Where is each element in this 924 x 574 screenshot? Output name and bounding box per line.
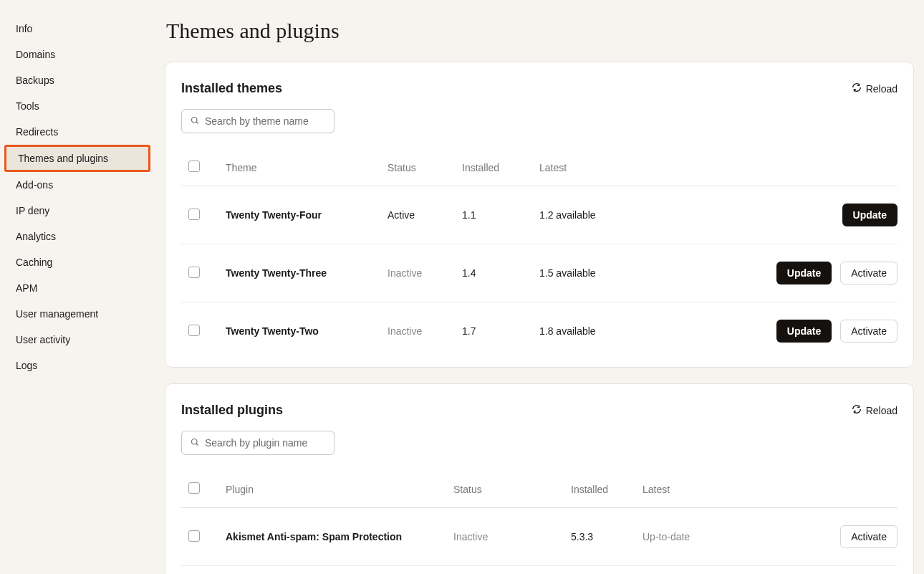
themes-col-status: Status	[388, 152, 462, 186]
theme-status: Inactive	[388, 302, 462, 360]
theme-row-checkbox[interactable]	[188, 325, 200, 336]
plugins-table: Plugin Status Installed Latest Akismet A…	[181, 474, 897, 574]
plugin-search-input[interactable]	[205, 437, 325, 449]
theme-row: Twenty Twenty-Three Inactive 1.4 1.5 ava…	[181, 244, 897, 302]
plugins-select-all-checkbox[interactable]	[188, 482, 200, 494]
sidebar-item-info[interactable]: Info	[0, 16, 155, 42]
reload-icon	[852, 404, 862, 416]
theme-name: Twenty Twenty-Two	[226, 302, 388, 360]
theme-latest: 1.8 available	[539, 302, 653, 360]
plugins-panel-title: Installed plugins	[181, 403, 283, 418]
sidebar-item-redirects[interactable]: Redirects	[0, 119, 155, 145]
theme-row: Twenty Twenty-Four Active 1.1 1.2 availa…	[181, 186, 897, 244]
themes-col-installed: Installed	[462, 152, 539, 186]
themes-select-all-checkbox[interactable]	[188, 161, 200, 172]
search-icon	[191, 437, 199, 449]
theme-latest: 1.5 available	[539, 244, 653, 302]
plugins-col-status: Status	[453, 474, 571, 508]
search-icon	[191, 115, 199, 127]
theme-installed: 1.4	[462, 244, 539, 302]
sidebar-item-user-activity[interactable]: User activity	[0, 327, 155, 353]
theme-row-checkbox[interactable]	[188, 209, 200, 220]
reload-themes-button[interactable]: Reload	[852, 82, 897, 95]
theme-latest: 1.2 available	[539, 186, 653, 244]
theme-row: Twenty Twenty-Two Inactive 1.7 1.8 avail…	[181, 302, 897, 360]
main-content: Themes and plugins Installed themes Relo…	[155, 0, 924, 574]
sidebar-item-user-management[interactable]: User management	[0, 301, 155, 327]
plugin-row: Akismet Anti-spam: Spam Protection Inact…	[181, 508, 897, 566]
plugin-installed: 2.12.1	[571, 566, 643, 575]
sidebar-item-ip-deny[interactable]: IP deny	[0, 198, 155, 224]
theme-installed: 1.7	[462, 302, 539, 360]
update-button[interactable]: Update	[776, 320, 832, 343]
theme-search-box[interactable]	[181, 109, 335, 133]
sidebar-item-themes-and-plugins[interactable]: Themes and plugins	[4, 145, 150, 172]
plugin-installed: 5.3.3	[571, 508, 643, 566]
svg-point-1	[192, 439, 198, 445]
sidebar-item-apm[interactable]: APM	[0, 275, 155, 301]
themes-table: Theme Status Installed Latest Twenty Twe…	[181, 152, 897, 360]
update-button[interactable]: Update	[776, 262, 832, 284]
sidebar-item-caching[interactable]: Caching	[0, 249, 155, 275]
plugin-name: Akismet Anti-spam: Spam Protection	[226, 508, 453, 566]
page-title: Themes and plugins	[166, 19, 914, 43]
sidebar: Info Domains Backups Tools Redirects The…	[0, 0, 155, 574]
themes-col-latest: Latest	[539, 152, 653, 186]
sidebar-item-tools[interactable]: Tools	[0, 93, 155, 119]
theme-status: Inactive	[388, 244, 462, 302]
theme-search-input[interactable]	[205, 115, 325, 127]
plugin-row-checkbox[interactable]	[188, 530, 200, 542]
reload-plugins-button[interactable]: Reload	[852, 404, 897, 416]
reload-icon	[852, 82, 862, 95]
theme-row-checkbox[interactable]	[188, 267, 200, 278]
plugin-search-box[interactable]	[181, 431, 335, 455]
theme-installed: 1.1	[462, 186, 539, 244]
sidebar-item-backups[interactable]: Backups	[0, 67, 155, 93]
plugins-col-latest: Latest	[643, 474, 783, 508]
plugin-status: Active - network	[453, 566, 571, 575]
plugin-name: Ezoic	[226, 566, 453, 575]
activate-button[interactable]: Activate	[840, 262, 897, 284]
themes-col-name: Theme	[226, 152, 388, 186]
plugins-col-installed: Installed	[571, 474, 643, 508]
plugin-status: Inactive	[453, 508, 571, 566]
plugins-col-name: Plugin	[226, 474, 453, 508]
themes-panel-title: Installed themes	[181, 81, 282, 96]
update-button[interactable]: Update	[842, 204, 897, 226]
installed-plugins-panel: Installed plugins Reload P	[165, 383, 914, 574]
activate-button[interactable]: Activate	[840, 525, 897, 548]
theme-name: Twenty Twenty-Four	[226, 186, 388, 244]
sidebar-item-logs[interactable]: Logs	[0, 353, 155, 378]
sidebar-item-domains[interactable]: Domains	[0, 42, 155, 67]
reload-label: Reload	[866, 83, 897, 95]
svg-point-0	[192, 118, 198, 123]
activate-button[interactable]: Activate	[840, 320, 897, 343]
sidebar-item-add-ons[interactable]: Add-ons	[0, 172, 155, 198]
theme-name: Twenty Twenty-Three	[226, 244, 388, 302]
theme-status: Active	[388, 186, 462, 244]
installed-themes-panel: Installed themes Reload Th	[165, 62, 914, 368]
plugin-row: Ezoic Active - network 2.12.1 2.14.1 ava…	[181, 566, 897, 575]
plugin-latest: Up-to-date	[643, 508, 783, 566]
reload-label: Reload	[866, 405, 897, 416]
sidebar-item-analytics[interactable]: Analytics	[0, 224, 155, 249]
plugin-latest: 2.14.1 available	[643, 566, 783, 575]
